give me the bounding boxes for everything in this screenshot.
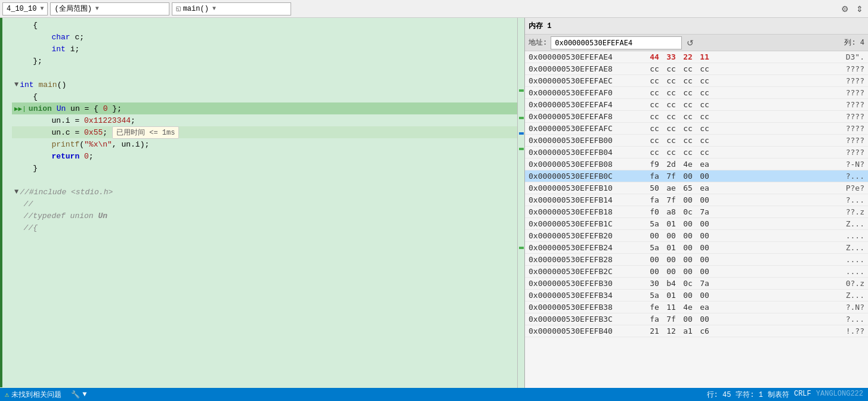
scrollbar-mark-1 [519,89,524,92]
code-line: char c; [12,31,517,43]
addr-label: 地址: [529,38,547,48]
warning-icon: ⚠ [5,390,9,399]
panel-icons: 行: 45 字符: 1 制表符 CRLF YANGLONG222 [707,390,863,400]
encoding-label: CRLF [794,390,811,400]
memory-row: 0x000000530EFEFAF4cccccccc???? [525,99,868,111]
main-area: { char c; int i; }; ▼int main() [0,18,868,388]
code-line: //{ [12,222,517,234]
watermark: YANGLONG222 [816,390,863,400]
memory-row: 0x000000530EFEFB402112a1c6!.?? [525,325,868,337]
debug-arrow-icon: ▶▶| [14,105,26,113]
code-line [12,67,517,79]
file-dropdown[interactable]: 4_10_10 ▼ [2,2,48,15]
func-dropdown-arrow: ▼ [212,5,216,12]
scope-dropdown-arrow: ▼ [95,5,99,12]
memory-row: 0x000000530EFEFB1C5a010000Z... [525,218,868,230]
row-label: 行: 45 [707,390,731,400]
split-button[interactable]: ⇕ [854,3,866,15]
green-bar [0,18,2,387]
code-lines[interactable]: { char c; int i; }; ▼int main() [0,18,517,388]
warning-item: ⚠ 未找到相关问题 [5,390,61,400]
memory-row: 0x000000530EFEFB0Cfa7f0000?... [525,170,868,182]
addr-input[interactable] [551,36,682,49]
code-line-main: ▼int main() [12,79,517,91]
code-line: //typedef union Un [12,210,517,222]
memory-row: 0x000000530EFEFAE8cccccccc???? [525,63,868,75]
memory-row: 0x000000530EFEFB14fa7f0000?... [525,194,868,206]
tools-arrow: ▼ [82,390,87,399]
memory-row: 0x000000530EFEFB18f0a80c7a??.z [525,206,868,218]
code-line: } [12,162,517,174]
code-scrollbar[interactable] [517,18,524,388]
code-line [12,174,517,186]
char-label: 字符: 1 [736,390,763,400]
memory-row: 0x000000530EFEFB3Cfa7f0000?... [525,313,868,325]
tools-item[interactable]: 🔧 ▼ [71,390,87,399]
memory-addr-bar: 地址: ↺ 列: 4 [525,35,868,51]
scope-dropdown[interactable]: (全局范围) ▼ [50,2,169,15]
code-line: return 0; [12,150,517,162]
code-line: printf("%x\n", un.i); [12,138,517,150]
scrollbar-mark-4 [519,247,524,249]
memory-row: 0x000000530EFEFAECcccccccc???? [525,75,868,87]
memory-header: 内存 1 [525,18,868,35]
top-toolbar: 4_10_10 ▼ (全局范围) ▼ ◱ main() ▼ ⚙ ⇕ [0,0,868,18]
status-bar: ⚠ 未找到相关问题 🔧 ▼ 行: 45 字符: 1 制表符 CRLF YANGL… [0,388,868,401]
memory-row: 0x000000530EFEFAF8cccccccc???? [525,111,868,123]
scope-dropdown-label: (全局范围) [54,4,91,14]
file-dropdown-label: 4_10_10 [7,5,36,13]
memory-row: 0x000000530EFEFB3030b40c7a0?.z [525,278,868,290]
scrollbar-mark-2 [519,117,524,119]
memory-row: 0x000000530EFEFB38fe114eea?.N? [525,301,868,313]
warning-text: 未找到相关问题 [11,390,61,400]
scrollbar-mark-3 [519,148,524,150]
memory-row: 0x000000530EFEFB08f92d4eea?-N? [525,158,868,170]
col-label: 列: 4 [844,38,864,48]
memory-row: 0x000000530EFEFAFCcccccccc???? [525,123,868,135]
memory-panel: 内存 1 地址: ↺ 列: 4 0x000000530EFEFAE4443322… [525,18,868,388]
memory-row: 0x000000530EFEFB04cccccccc???? [525,147,868,158]
code-line: { [12,91,517,102]
code-line-breakpoint: ▶▶| union Un un = { 0 }; [12,102,517,114]
eol-label: 制表符 [768,390,789,400]
settings-button[interactable]: ⚙ [839,3,851,15]
func-dropdown-label: main() [183,5,209,13]
code-line: int i; [12,43,517,55]
code-line-tooltip: un.c = 0x55; 已用时间 <= 1ms [12,126,517,138]
code-line: }; [12,55,517,67]
timing-tooltip: 已用时间 <= 1ms [112,126,179,139]
code-content: { char c; int i; }; ▼int main() [0,18,524,388]
code-line: // [12,198,517,210]
code-panel: { char c; int i; }; ▼int main() [0,18,525,388]
memory-row: 0x000000530EFEFB245a010000Z... [525,242,868,254]
tools-icon: 🔧 [71,390,80,399]
scrollbar-mark-blue [519,132,524,135]
memory-title: 内存 1 [529,21,551,31]
memory-row: 0x000000530EFEFB2C00000000.... [525,266,868,278]
func-dropdown[interactable]: ◱ main() ▼ [172,2,291,15]
func-icon: ◱ [176,4,180,13]
addr-refresh-btn[interactable]: ↺ [685,37,695,49]
memory-row: 0x000000530EFEFB00cccccccc???? [525,135,868,147]
memory-row: 0x000000530EFEFAF0cccccccc???? [525,87,868,99]
memory-row: 0x000000530EFEFB1050ae65eaP?e? [525,182,868,194]
code-line: un.i = 0x11223344; [12,114,517,126]
memory-row: 0x000000530EFEFAE444332211D3". [525,51,868,63]
memory-row: 0x000000530EFEFB2800000000.... [525,254,868,266]
file-dropdown-arrow: ▼ [40,5,44,12]
code-line: ▼//#include <stdio.h> [12,186,517,198]
memory-row: 0x000000530EFEFB2000000000.... [525,230,868,242]
code-line: { [12,19,517,31]
memory-content[interactable]: 0x000000530EFEFAE444332211D3".0x00000053… [525,51,868,388]
memory-row: 0x000000530EFEFB345a010000Z... [525,290,868,301]
